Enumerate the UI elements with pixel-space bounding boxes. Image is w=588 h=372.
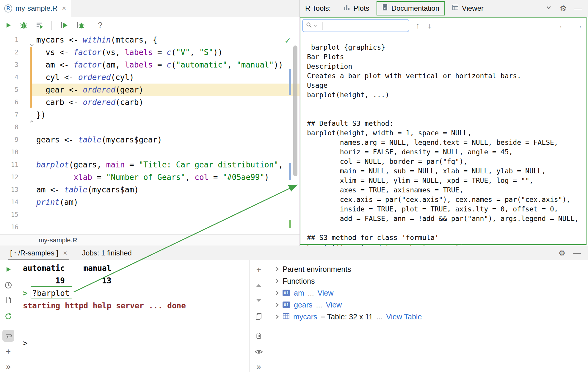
- doc-line: barplot(height, ...): [307, 90, 588, 100]
- code-line[interactable]: 1mycars <- within(mtcars, {: [0, 34, 300, 46]
- variable-name[interactable]: am: [294, 289, 304, 297]
- scratch-file-icon[interactable]: [5, 296, 12, 304]
- text-cursor: [322, 22, 322, 30]
- run-selection-button[interactable]: [60, 21, 68, 29]
- forward-icon[interactable]: →: [575, 21, 583, 30]
- env-row[interactable]: Functions: [268, 275, 588, 287]
- chevron-right-icon[interactable]: [275, 290, 279, 296]
- soft-wrap-toggle[interactable]: [2, 330, 14, 342]
- fold-end-marker-icon[interactable]: [30, 114, 34, 126]
- run-context-button[interactable]: [36, 21, 43, 29]
- code-line[interactable]: 10: [0, 146, 300, 158]
- chevron-right-icon[interactable]: [275, 266, 279, 272]
- code-line[interactable]: 12 xlab = "Number of Gears", col = "#05a…: [0, 171, 300, 183]
- view-link[interactable]: View: [318, 289, 334, 297]
- code-token: (am,: [101, 60, 125, 69]
- add-icon[interactable]: +: [6, 347, 11, 356]
- code-line[interactable]: 9gears <- table(mycars$gear): [0, 134, 300, 146]
- close-icon[interactable]: ×: [63, 249, 67, 257]
- variable-name[interactable]: mycars: [293, 313, 317, 321]
- minimize-icon[interactable]: —: [574, 4, 582, 12]
- code-token: barplot: [36, 160, 69, 169]
- eye-icon[interactable]: [255, 349, 263, 355]
- env-row[interactable]: mycars= Table: 32 x 11...View Table: [268, 311, 588, 323]
- debug-button[interactable]: [20, 21, 28, 29]
- line-number: 4: [0, 71, 18, 84]
- run-button[interactable]: [5, 22, 12, 29]
- code-editor[interactable]: 1mycars <- within(mtcars, {2 vs <- facto…: [0, 34, 300, 234]
- breadcrumb[interactable]: my-sample.R: [0, 234, 300, 246]
- chevron-right-icon[interactable]: [275, 278, 279, 284]
- console-output[interactable]: automatic manual 19 13> ?barplotstarting…: [17, 260, 249, 372]
- code-line[interactable]: 11barplot(gears, main = "Title: Car gear…: [0, 158, 300, 171]
- gear-icon[interactable]: ⚙: [560, 4, 567, 12]
- refresh-icon[interactable]: [4, 313, 12, 320]
- code-line[interactable]: 15: [0, 208, 300, 221]
- code-line[interactable]: 4 cyl <- ordered(cyl): [0, 71, 300, 84]
- env-row[interactable]: Parent environments: [268, 263, 588, 275]
- back-icon[interactable]: ←: [558, 21, 566, 30]
- code-token: labels: [125, 48, 153, 57]
- console-lines: automatic manual 19 13> ?barplotstarting…: [23, 262, 249, 349]
- code-token: (mtcars, {: [111, 35, 157, 44]
- code-token: gear <-: [36, 85, 83, 94]
- code-token: (cyl): [111, 73, 134, 82]
- search-options-caret-icon[interactable]: [314, 23, 317, 28]
- trash-icon[interactable]: [255, 332, 262, 339]
- next-occurrence-icon[interactable]: ↓: [428, 21, 432, 30]
- doc-line: axes = TRUE, axisnames = TRUE,: [307, 185, 588, 195]
- fold-marker-icon[interactable]: [30, 38, 34, 50]
- tab-documentation[interactable]: Documentation: [377, 1, 445, 15]
- code-line[interactable]: 14print(am): [0, 196, 300, 208]
- doc-line: barplot(formula, data, subset, na.action…: [307, 242, 588, 246]
- close-icon[interactable]: ×: [62, 4, 66, 12]
- minimize-icon[interactable]: —: [573, 249, 581, 257]
- code-token: carb <-: [36, 98, 83, 107]
- view-link[interactable]: View Table: [386, 313, 422, 321]
- history-clock-icon[interactable]: [4, 281, 12, 289]
- code-line[interactable]: 6 carb <- ordered(carb): [0, 96, 300, 109]
- view-link[interactable]: View: [326, 301, 342, 309]
- doc-search-input[interactable]: [302, 19, 409, 32]
- code-token: c: [167, 48, 171, 57]
- gear-icon[interactable]: ⚙: [559, 249, 565, 257]
- editor-scrollbar[interactable]: [293, 45, 297, 176]
- copy-icon[interactable]: [255, 313, 262, 320]
- code-line[interactable]: 3 am <- factor(am, labels = c("automatic…: [0, 59, 300, 71]
- tab-plots[interactable]: Plots: [338, 0, 374, 17]
- add-icon[interactable]: +: [256, 266, 261, 274]
- debug-selection-button[interactable]: [76, 21, 85, 29]
- code-line[interactable]: 2 vs <- factor(vs, labels = c("V", "S")): [0, 46, 300, 59]
- more-actions-icon[interactable]: »: [6, 362, 11, 371]
- tab-r-session[interactable]: [ ~/R-samples ] ×: [8, 246, 69, 260]
- scroll-up-icon[interactable]: [256, 283, 262, 288]
- chevron-down-icon[interactable]: [545, 4, 552, 12]
- tab-my-sample-r[interactable]: R my-sample.R ×: [0, 0, 71, 17]
- variable-name[interactable]: gears: [294, 301, 313, 309]
- code-line[interactable]: 13am <- table(mycars$am): [0, 183, 300, 196]
- console-tab-title: [ ~/R-samples ]: [10, 249, 58, 257]
- code-line[interactable]: 5 gear <- ordered(gear): [0, 84, 300, 96]
- code-token: )): [274, 60, 283, 69]
- documentation-content[interactable]: barplot {graphics}Bar PlotsDescriptionCr…: [300, 34, 588, 246]
- chevron-right-icon[interactable]: [275, 314, 279, 319]
- tab-jobs[interactable]: Jobs: 1 finished: [82, 249, 132, 257]
- console-line: [23, 312, 249, 324]
- previous-occurrence-icon[interactable]: ↑: [416, 21, 420, 30]
- environment-pane: Parent environmentsFunctions01am...View0…: [268, 260, 588, 372]
- code-token: ,: [185, 173, 195, 182]
- console-command[interactable]: ?barplot: [32, 289, 69, 298]
- line-number: 8: [0, 121, 18, 134]
- code-line[interactable]: 7}): [0, 109, 300, 121]
- help-icon[interactable]: ?: [98, 21, 103, 30]
- env-row[interactable]: 01am...View: [268, 287, 588, 299]
- chevron-right-icon[interactable]: [275, 302, 279, 307]
- more-actions-icon[interactable]: »: [256, 362, 261, 371]
- tab-viewer[interactable]: Viewer: [447, 0, 488, 17]
- resume-run-button[interactable]: [5, 266, 12, 273]
- env-row[interactable]: 01gears...View: [268, 299, 588, 311]
- code-line[interactable]: 8: [0, 121, 300, 134]
- scroll-down-icon[interactable]: [256, 298, 262, 302]
- code-line[interactable]: 16: [0, 221, 300, 233]
- inspections-ok-icon[interactable]: ✓: [285, 34, 290, 47]
